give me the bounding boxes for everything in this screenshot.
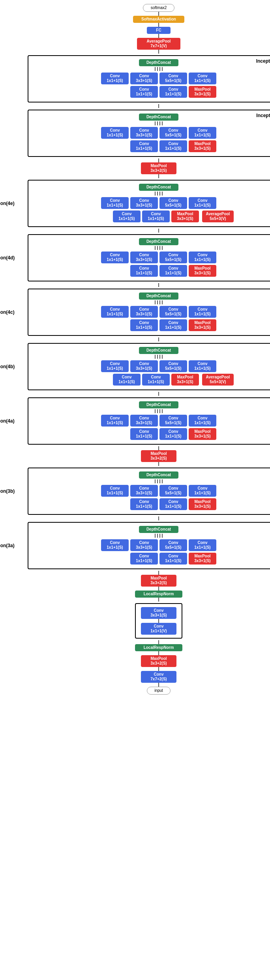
conv-4d-3x3: Conv3x3+1(S) xyxy=(130,252,158,263)
conv-5a-3x3: Conv3x3+1(S) xyxy=(130,127,158,139)
row-5b-top xyxy=(155,67,163,71)
conv-3a-3x3: Conv3x3+1(S) xyxy=(130,539,158,551)
inception-5a-box: Inception(5a) DepthConcat Conv1x1+1(S) C… xyxy=(28,110,270,157)
maxpool-4a-2s: MaxPool3x3+2(S) xyxy=(141,450,176,462)
row-4b-conv2: Conv1x1+1(S) Conv1x1+1(S) MaxPool3x3+1(S… xyxy=(84,374,234,386)
input-node: input xyxy=(147,687,171,695)
localrespnorm-1: LocalRespNorm xyxy=(135,644,182,651)
connector xyxy=(158,12,159,16)
inception-4a-box: Inception(4a) DepthConcat Conv1x1+1(S) C… xyxy=(28,397,270,445)
conv-3b-5x5: Conv5x5+1(S) xyxy=(159,485,187,497)
conv-4e-3x3: Conv3x3+1(S) xyxy=(130,197,158,209)
maxpool-5a: MaxPool3x3+1(S) xyxy=(189,140,216,152)
connector xyxy=(158,50,159,54)
conv-4e-1x1: Conv1x1+1(S) xyxy=(101,197,129,209)
conv-3b-1x1-b: Conv1x1+1(S) xyxy=(130,498,158,510)
conv-4a-1x1-c: Conv1x1+1(S) xyxy=(159,428,187,440)
inception-4c-box: Inception(4c) DepthConcat Conv1x1+1(S) C… xyxy=(28,289,270,336)
conv-5b-1x1-b: Conv1x1+1(S) xyxy=(130,86,158,98)
maxpool-3a: MaxPool3x3+1(S) xyxy=(189,553,216,565)
connector xyxy=(158,446,159,450)
conv-block: Conv3x3+1(S) Conv1x1+1(V) xyxy=(135,603,182,639)
conv-5b-1x1: Conv1x1+1(S) xyxy=(101,73,129,84)
row-5b-conv2: Conv1x1+1(S) Conv1x1+1(S) MaxPool3x3+1(S… xyxy=(101,86,216,98)
conv-4a-5x5: Conv5x5+1(S) xyxy=(159,415,187,427)
conv-5b-3x3-1: Conv3x3+1(S) xyxy=(130,73,158,84)
inception-4b-wrapper: Inception(4b) DepthConcat Conv1x1+1(S) C… xyxy=(28,341,270,392)
conv-4c-1x1: Conv1x1+1(S) xyxy=(101,306,129,318)
inception-4e-label: Inception(4e) xyxy=(0,201,15,206)
maxpool-4b: MaxPool3x3+1(S) xyxy=(171,374,199,386)
localrespnorm-2: LocalRespNorm xyxy=(135,591,182,598)
connector xyxy=(158,174,159,178)
diagram-wrapper: softmax2 SoftmaxActivation FC AveragePoo… xyxy=(4,4,266,695)
conv-4d-5x5: Conv5x5+1(S) xyxy=(159,252,187,263)
inception-4b-box: Inception(4b) DepthConcat Conv1x1+1(S) C… xyxy=(28,343,270,390)
inception-3b-label: Inception(3b) xyxy=(0,488,15,494)
connector xyxy=(158,229,159,233)
conv-3b-1x1: Conv1x1+1(S) xyxy=(101,485,129,497)
inception-4b-label: Inception(4b) xyxy=(0,364,15,369)
conv-4e-5x5: Conv5x5+1(S) xyxy=(159,197,187,209)
connector xyxy=(158,598,159,602)
depthconcat-4b: DepthConcat xyxy=(139,347,178,354)
connector xyxy=(158,462,159,466)
conv-4d-1x1-b: Conv1x1+1(S) xyxy=(130,265,158,277)
inception-3b-box: Inception(3b) DepthConcat Conv1x1+1(S) C… xyxy=(28,468,270,515)
depthconcat-4e: DepthConcat xyxy=(139,184,178,191)
row-4a-conv1: Conv1x1+1(S) Conv3x3+1(S) Conv5x5+1(S) C… xyxy=(101,415,216,427)
neural-network-diagram: softmax2 SoftmaxActivation FC AveragePoo… xyxy=(28,4,270,695)
connector xyxy=(158,34,159,38)
inception-4a-wrapper: Inception(4a) DepthConcat Conv1x1+1(S) C… xyxy=(28,396,270,446)
row-4a-conv2: Conv1x1+1(S) Conv1x1+1(S) MaxPool3x3+1(S… xyxy=(101,428,216,440)
conv-4c-1x1-b: Conv1x1+1(S) xyxy=(130,319,158,331)
conv-3a-5x5: Conv5x5+1(S) xyxy=(159,539,187,551)
inception-4d-box: Inception(4d) DepthConcat Conv1x1+1(S) C… xyxy=(28,234,270,281)
depthconcat-5b: DepthConcat xyxy=(139,59,178,66)
connector xyxy=(158,683,159,687)
row-3b-conv1: Conv1x1+1(S) Conv3x3+1(S) Conv5x5+1(S) C… xyxy=(101,485,216,497)
conv-4a-1x1-2: Conv1x1+1(S) xyxy=(189,415,216,427)
softmax2-node: softmax2 xyxy=(143,4,174,12)
row-5b-conv1: Conv1x1+1(S) Conv3x3+1(S) Conv5x5+1(S) C… xyxy=(101,73,216,84)
connector xyxy=(158,23,159,27)
conv-4c-1x1-c: Conv1x1+1(S) xyxy=(159,319,187,331)
conv-5b-1x1-2: Conv1x1+1(S) xyxy=(189,73,216,84)
inception-5b-box: Inception(5b) DepthConcat Conv1x1+1(S) C… xyxy=(28,55,270,102)
inception-3b-wrapper: Inception(3b) DepthConcat Conv1x1+1(S) C… xyxy=(28,466,270,516)
depthconcat-4d: DepthConcat xyxy=(139,238,178,245)
inception-4e-box: Inception(4e) DepthConcat Conv1x1+1(S) C… xyxy=(28,180,270,227)
conv-5b-5x5: Conv5x5+1(S) xyxy=(159,73,187,84)
row-5a-top xyxy=(155,121,163,125)
conv-3x3-1s: Conv3x3+1(S) xyxy=(141,607,176,619)
connector xyxy=(158,640,159,644)
inception-3b-inner: DepthConcat Conv1x1+1(S) Conv3x3+1(S) Co… xyxy=(32,471,270,511)
conv-4a-1x1: Conv1x1+1(S) xyxy=(101,415,129,427)
conv-5a-1x1-b: Conv1x1+1(S) xyxy=(130,140,158,152)
conv-7x7: Conv7x7+2(S) xyxy=(141,671,176,683)
connector xyxy=(158,516,159,520)
conv-4e-1x1-b: Conv1x1+1(S) xyxy=(113,211,141,222)
maxpool-bottom: MaxPool3x3+2(S) xyxy=(141,655,176,667)
conv-4d-1x1-c: Conv1x1+1(S) xyxy=(159,265,187,277)
maxpool-4a: MaxPool3x3+1(S) xyxy=(189,428,216,440)
depthconcat-4c: DepthConcat xyxy=(139,293,178,300)
conv-3a-1x1-c: Conv1x1+1(S) xyxy=(159,553,187,565)
inception-5a-inner: DepthConcat Conv1x1+1(S) Conv3x3+1(S) Co… xyxy=(32,114,270,153)
conv-3a-1x1: Conv1x1+1(S) xyxy=(101,539,129,551)
inception-5b-inner: DepthConcat Conv1x1+1(S) Conv3x3+1(S) Co… xyxy=(32,59,270,99)
avgpool-top: AveragePool7x7+1(V) xyxy=(137,38,180,50)
row-4d-conv2: Conv1x1+1(S) Conv1x1+1(S) MaxPool3x3+1(S… xyxy=(101,265,216,277)
row-4b-conv1: Conv1x1+1(S) Conv3x3+1(S) Conv5x5+1(S) C… xyxy=(101,360,216,372)
maxpool-3b: MaxPool3x3+1(S) xyxy=(189,498,216,510)
conv-4b-1x1-b: Conv1x1+1(S) xyxy=(113,374,141,386)
conv-4b-1x1: Conv1x1+1(S) xyxy=(101,360,129,372)
inception-5b-label: Inception(5b) xyxy=(256,58,270,64)
row-5a-conv2: Conv1x1+1(S) Conv1x1+1(S) MaxPool3x3+1(S… xyxy=(101,140,216,152)
depthconcat-3a: DepthConcat xyxy=(139,526,178,533)
conv-3b-1x1-c: Conv1x1+1(S) xyxy=(159,498,187,510)
row-5a-conv1: Conv1x1+1(S) Conv3x3+1(S) Conv5x5+1(S) C… xyxy=(101,127,216,139)
depthconcat-4a: DepthConcat xyxy=(139,401,178,408)
inception-3a-label: Inception(3a) xyxy=(0,543,15,548)
row-4d-conv1: Conv1x1+1(S) Conv3x3+1(S) Conv5x5+1(S) C… xyxy=(101,252,216,263)
